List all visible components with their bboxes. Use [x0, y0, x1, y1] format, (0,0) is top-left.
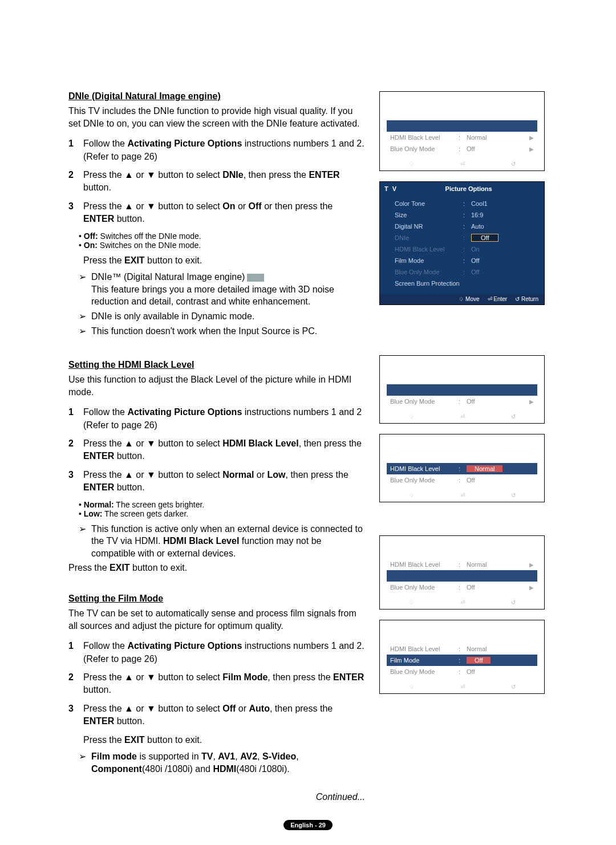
osd2-row-size[interactable]: Size:16:9 — [391, 209, 538, 221]
osd-box-5: HDMI Black Level:Normal▶ Blue Only Mode:… — [379, 535, 545, 610]
hdmi-step-2: 2 Press the ▲ or ▼ button to select HDMI… — [68, 437, 365, 463]
dnie-note-2: ➢DNIe is only available in Dynamic mode. — [79, 310, 365, 323]
dnie-step-2: 2 Press the ▲ or ▼ button to select DNIe… — [68, 169, 365, 194]
main-content: DNIe (Digital Natural Image engine) This… — [68, 91, 365, 802]
film-step-1: 1 Follow the Activating Picture Options … — [68, 640, 365, 665]
osd2-row-film[interactable]: Film Mode:Off — [391, 255, 538, 266]
osd6-row-film[interactable]: Film Mode:Off — [387, 655, 537, 666]
page-footer: English - 29 — [68, 819, 548, 830]
osd2-row-blue[interactable]: Blue Only Mode:Off — [391, 266, 538, 278]
osd1-row-selected[interactable] — [387, 120, 537, 132]
dnie-intro: This TV includes the DNIe function to pr… — [68, 105, 365, 129]
osd-box-2: T VPicture Options Color Tone:Cool1 Size… — [379, 181, 545, 305]
osd3-row-selected[interactable] — [387, 384, 537, 396]
hdmi-bullets: Normal: The screen gets brighter. Low: T… — [79, 500, 365, 518]
osd6-row-hdmi[interactable]: HDMI Black Level:Normal — [387, 643, 537, 655]
osd1-row-blue[interactable]: Blue Only Mode:Off▶ — [387, 143, 537, 155]
osd4-row-blue[interactable]: Blue Only Mode:Off — [387, 474, 537, 486]
dnie-note-3: ➢This function doesn't work when the Inp… — [79, 325, 365, 338]
osd5-row-hdmi[interactable]: HDMI Black Level:Normal▶ — [387, 559, 537, 570]
osd-box-4: HDMI Black Level:Normal Blue Only Mode:O… — [379, 434, 545, 502]
film-title: Setting the Film Mode — [68, 594, 365, 604]
dnie-logo-icon — [247, 274, 264, 282]
osd3-row-blue[interactable]: Blue Only Mode:Off▶ — [387, 396, 537, 407]
hdmi-note: ➢This function is active only when an ex… — [79, 523, 365, 560]
osd2-row-screenburn[interactable]: Screen Burn Protection — [391, 278, 538, 289]
osd1-row-hdmi[interactable]: HDMI Black Level:Normal▶ — [387, 132, 537, 143]
osd-nav: ♢ Move⏎ Enter↺ Return — [380, 294, 544, 304]
dnie-step-3: 3 Press the ▲ or ▼ button to select On o… — [68, 200, 365, 226]
dnie-exit: Press the EXIT button to exit. — [83, 254, 365, 267]
hdmi-steps: 1 Follow the Activating Picture Options … — [68, 406, 365, 494]
osd6-row-blue[interactable]: Blue Only Mode:Off — [387, 666, 537, 677]
osd-box-3: Blue Only Mode:Off▶ ♢⏎↺ — [379, 355, 545, 424]
film-intro: The TV can be set to automatically sense… — [68, 607, 365, 632]
hdmi-intro: Use this function to adjust the Black Le… — [68, 373, 365, 398]
osd-nav: ♢⏎↺ — [380, 599, 544, 606]
dnie-steps: 1 Follow the Activating Picture Options … — [68, 137, 365, 225]
osd4-row-hdmi[interactable]: HDMI Black Level:Normal — [387, 463, 537, 474]
film-steps: 1 Follow the Activating Picture Options … — [68, 640, 365, 728]
osd2-row-dnie[interactable]: DNIe:Off — [391, 232, 538, 243]
dnie-note-1: ➢DNIe™ (Digital Natural Image engine)Thi… — [79, 271, 365, 308]
osd2-row-hdmibl[interactable]: HDMI Black Level:On — [391, 243, 538, 255]
osd2-row-colortone[interactable]: Color Tone:Cool1 — [391, 198, 538, 209]
film-step-2: 2 Press the ▲ or ▼ button to select Film… — [68, 671, 365, 697]
hdmi-step-3: 3 Press the ▲ or ▼ button to select Norm… — [68, 469, 365, 494]
osd2-row-digitalnr[interactable]: Digital NR:Auto — [391, 221, 538, 232]
osd-nav: ♢⏎↺ — [380, 161, 544, 167]
hdmi-title: Setting the HDMI Black Level — [68, 360, 365, 370]
osd5-row-selected[interactable] — [387, 570, 537, 582]
hdmi-step-1: 1 Follow the Activating Picture Options … — [68, 406, 365, 432]
dnie-step-1: 1 Follow the Activating Picture Options … — [68, 137, 365, 163]
osd5-row-blue[interactable]: Blue Only Mode:Off▶ — [387, 582, 537, 593]
hdmi-exit: Press the EXIT button to exit. — [68, 562, 365, 574]
continued-label: Continued... — [68, 792, 365, 802]
osd-box-1: HDMI Black Level:Normal▶ Blue Only Mode:… — [379, 91, 545, 171]
film-note: ➢Film mode is supported in TV, AV1, AV2,… — [79, 750, 365, 775]
dnie-title: DNIe (Digital Natural Image engine) — [68, 91, 365, 101]
film-exit: Press the EXIT button to exit. — [83, 734, 365, 746]
osd-box-6: HDMI Black Level:Normal Film Mode:Off Bl… — [379, 620, 545, 694]
osd-nav: ♢⏎↺ — [380, 492, 544, 498]
tv-label: T V — [384, 185, 398, 192]
osd-nav: ♢⏎↺ — [380, 684, 544, 690]
film-step-3: 3 Press the ▲ or ▼ button to select Off … — [68, 702, 365, 728]
osd-nav: ♢⏎↺ — [380, 413, 544, 420]
dnie-bullets: Off: Switches off the DNIe mode. On: Swi… — [79, 231, 365, 250]
osd-title: Picture Options — [398, 185, 540, 192]
osd-column: HDMI Black Level:Normal▶ Blue Only Mode:… — [379, 91, 548, 704]
page-number: English - 29 — [283, 820, 333, 830]
